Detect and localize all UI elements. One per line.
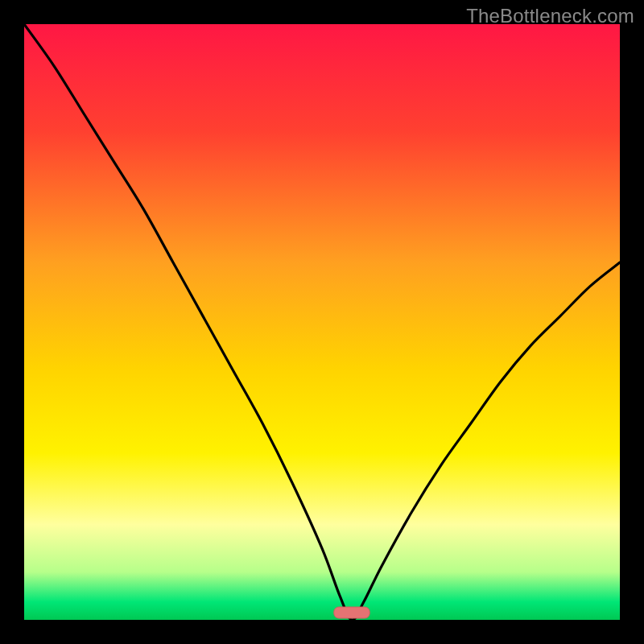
plot-area <box>24 24 620 620</box>
gradient-background <box>24 24 620 620</box>
chart-svg <box>24 24 620 620</box>
chart-root: TheBottleneck.com <box>0 0 644 644</box>
optimal-marker <box>334 607 369 618</box>
